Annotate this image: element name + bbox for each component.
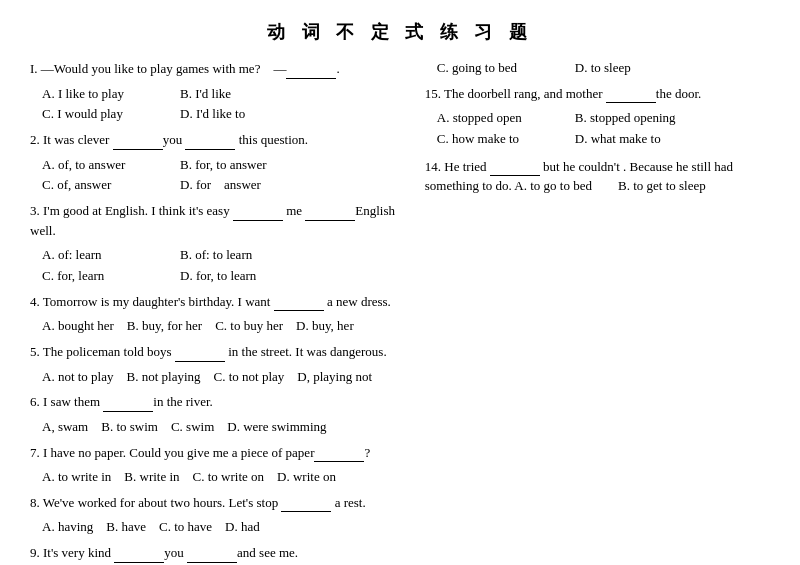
question-4-options: A. bought her B. buy, for her C. to buy … (42, 316, 405, 337)
question-15-num: 15. (425, 86, 444, 101)
question-14-text: He tried but he couldn't . Because he st… (425, 159, 733, 194)
right-column: C. going to bed D. to sleep 15. The door… (415, 58, 770, 565)
question-3-options: A. of: learn B. of: to learn C. for, lea… (42, 245, 405, 287)
question-1-num: I. (30, 61, 41, 76)
question-2-text: It was clever you this question. (43, 132, 308, 147)
question-15-options: A. stopped open B. stopped opening C. ho… (437, 108, 770, 150)
question-8-text: We've worked for about two hours. Let's … (43, 495, 366, 510)
question-4-text: Tomorrow is my daughter's birthday. I wa… (43, 294, 391, 309)
question-8-options: A. having B. have C. to have D. had (42, 517, 405, 538)
question-5-num: 5. (30, 344, 43, 359)
question-1: I. —Would you like to play games with me… (30, 58, 405, 79)
question-5-text: The policeman told boys in the street. I… (43, 344, 387, 359)
question-15-text: The doorbell rang, and mother the door. (444, 86, 701, 101)
question-9-num: 9. (30, 545, 43, 560)
question-4: 4. Tomorrow is my daughter's birthday. I… (30, 291, 405, 312)
question-9-text: It's very kind you and see me. (43, 545, 298, 560)
question-15: 15. The doorbell rang, and mother the do… (425, 83, 770, 104)
question-13-right-options: C. going to bed D. to sleep (437, 58, 770, 79)
page-title: 动 词 不 定 式 练 习 题 (30, 20, 770, 44)
question-14-num: 14. (425, 159, 445, 174)
question-3-num: 3. (30, 203, 43, 218)
question-5-options: A. not to play B. not playing C. to not … (42, 367, 405, 388)
question-6: 6. I saw them in the river. (30, 391, 405, 412)
question-9: 9. It's very kind you and see me. (30, 542, 405, 563)
question-2: 2. It was clever you this question. (30, 129, 405, 150)
question-1-text: —Would you like to play games with me? —… (41, 61, 340, 76)
left-column: I. —Would you like to play games with me… (30, 58, 415, 565)
question-14: 14. He tried but he couldn't . Because h… (425, 156, 770, 196)
question-8-num: 8. (30, 495, 43, 510)
question-8: 8. We've worked for about two hours. Let… (30, 492, 405, 513)
question-7: 7. I have no paper. Could you give me a … (30, 442, 405, 463)
question-2-options: A. of, to answer B. for, to answer C. of… (42, 155, 405, 197)
question-6-options: A, swam B. to swim C. swim D. were swimm… (42, 417, 405, 438)
question-2-num: 2. (30, 132, 43, 147)
question-3-text: I'm good at English. I think it's easy m… (30, 203, 395, 238)
question-6-text: I saw them in the river. (43, 394, 213, 409)
question-7-options: A. to write in B. write in C. to write o… (42, 467, 405, 488)
question-1-options: A. I like to play B. I'd like C. I would… (42, 84, 405, 126)
question-6-num: 6. (30, 394, 43, 409)
question-3: 3. I'm good at English. I think it's eas… (30, 200, 405, 240)
question-4-num: 4. (30, 294, 43, 309)
question-5: 5. The policeman told boys in the street… (30, 341, 405, 362)
question-7-num: 7. (30, 445, 43, 460)
question-7-text: I have no paper. Could you give me a pie… (43, 445, 370, 460)
